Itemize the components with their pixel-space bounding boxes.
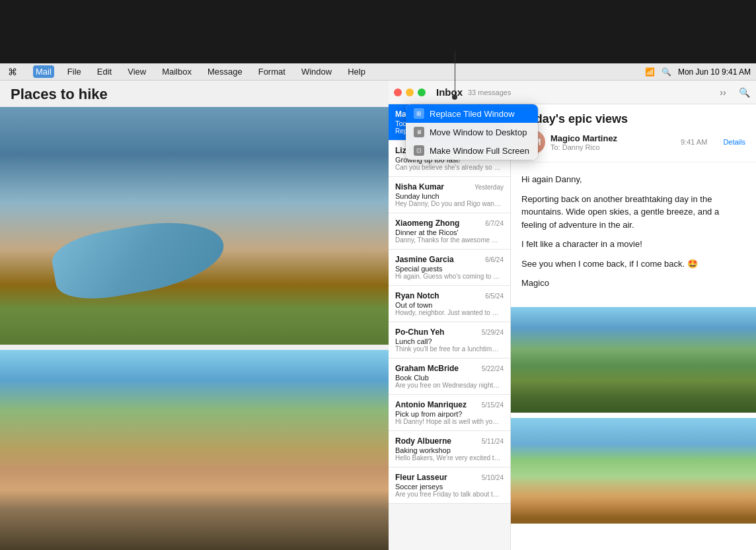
search-icon[interactable]: 🔍	[662, 67, 671, 77]
mail-sender: Xiaomeng Zhong	[395, 219, 459, 228]
mail-sender: Graham McBride	[395, 364, 459, 373]
mail-subject: Baking workshop	[395, 446, 504, 454]
callout-line	[455, 52, 455, 96]
mail-date: 6/7/24	[485, 220, 504, 227]
mail-date: 5/22/24	[482, 365, 504, 372]
river-element	[48, 211, 229, 306]
traffic-lights	[394, 88, 426, 96]
close-button[interactable]	[394, 88, 402, 96]
mail-item[interactable]: Antonio Manriquez 5/15/24 Pick up from a…	[389, 395, 510, 431]
sender-name: Magico Martinez	[550, 133, 675, 143]
hebrew-annotation: לחיצה תציג את הפעולות שניתן לבצע על החלו…	[332, 7, 483, 48]
mail-item-header: Antonio Manriquez 5/15/24	[395, 400, 504, 409]
mail-detail-header: Today's epic views MM Magico Martinez To…	[511, 104, 756, 162]
mail-item[interactable]: Ryan Notch 6/5/24 Out of town Howdy, nei…	[389, 286, 510, 322]
menu-message[interactable]: Message	[205, 65, 245, 78]
move-desktop-icon: 🖥	[414, 127, 424, 137]
mail-preview: Howdy, neighbor. Just wanted to drop a q…	[395, 309, 501, 316]
left-panel: Places to hike	[0, 81, 389, 550]
mail-item[interactable]: Fleur Lasseur 5/10/24 Soccer jerseys Are…	[389, 467, 510, 504]
mail-date: 5/15/24	[482, 401, 504, 409]
mail-preview: Can you believe she's already so tall? P…	[395, 164, 501, 171]
mail-item[interactable]: Graham McBride 5/22/24 Book Club Are you…	[389, 359, 510, 395]
menu-mailbox[interactable]: Mailbox	[159, 65, 194, 78]
body-line-3: I felt like a character in a movie!	[521, 238, 745, 251]
mail-date: 6/5/24	[485, 292, 504, 300]
mail-item[interactable]: Xiaomeng Zhong 6/7/24 Dinner at the Rico…	[389, 213, 510, 250]
mail-date: Yesterday	[474, 184, 504, 191]
mail-date: 5/10/24	[482, 474, 504, 481]
mail-sender: Antonio Manriquez	[395, 400, 467, 409]
menu-bar-right: 📶 🔍 Mon Jun 10 9:41 AM	[645, 67, 751, 77]
mail-subject: Book Club	[395, 374, 504, 382]
mail-subject-detail: Today's epic views	[521, 112, 745, 126]
menu-mail[interactable]: Mail	[33, 65, 54, 78]
panel-title: Places to hike	[11, 86, 108, 103]
mail-subject: Dinner at the Ricos'	[395, 228, 504, 236]
fullscreen-button[interactable]	[418, 88, 426, 96]
mail-preview: Are you free on Wednesday night? Can't w…	[395, 382, 501, 389]
mail-preview: Hello Bakers, We're very excited to have…	[395, 454, 501, 462]
details-link[interactable]: Details	[723, 138, 745, 146]
photo-landscape-bottom	[0, 350, 389, 550]
mail-subject: Pick up from airport?	[395, 410, 504, 418]
mail-item[interactable]: Nisha Kumar Yesterday Sunday lunch Hey D…	[389, 177, 510, 213]
menu-file[interactable]: File	[65, 65, 84, 78]
more-icon[interactable]: ››	[716, 86, 730, 99]
mail-item[interactable]: Rody Albuerne 5/11/24 Baking workshop He…	[389, 431, 510, 467]
mail-item[interactable]: Jasmine Garcia 6/6/24 Special guests Hi …	[389, 250, 510, 286]
mail-item-header: Fleur Lasseur 5/10/24	[395, 473, 504, 482]
mail-date: 5/29/24	[482, 329, 504, 336]
mail-sender: Rody Albuerne	[395, 436, 451, 446]
date-time: Mon Jun 10 9:41 AM	[678, 67, 751, 77]
mail-item-header: Rody Albuerne 5/11/24	[395, 436, 504, 446]
mail-attachment-photo-1	[511, 307, 756, 413]
photo-landscape-top	[0, 107, 389, 345]
search-mail-icon[interactable]: 🔍	[737, 86, 751, 99]
recipient-name: Danny Rico	[562, 143, 600, 151]
body-line-2: Reporting back on another breathtaking d…	[521, 193, 745, 232]
context-menu-full-screen[interactable]: ⊡ Make Window Full Screen	[406, 141, 538, 160]
mail-subject: Sunday lunch	[395, 192, 504, 200]
mail-item-header: Jasmine Garcia 6/6/24	[395, 255, 504, 264]
wifi-icon: 📶	[645, 67, 655, 77]
minimize-button[interactable]	[406, 88, 414, 96]
context-menu-replace-tiled[interactable]: ⊞ Replace Tiled Window	[406, 104, 538, 123]
menu-view[interactable]: View	[125, 65, 149, 78]
callout-dot	[452, 94, 457, 100]
mail-subject: Special guests	[395, 265, 504, 273]
mail-item-header: Nisha Kumar Yesterday	[395, 182, 504, 191]
inbox-label: Inbox	[436, 86, 463, 98]
mail-date: 5/11/24	[482, 438, 504, 445]
mail-sender: Nisha Kumar	[395, 182, 444, 191]
context-menu-move-desktop[interactable]: 🖥 Move Window to Desktop	[406, 123, 538, 141]
menu-window[interactable]: Window	[299, 65, 334, 78]
context-menu: ⊞ Replace Tiled Window 🖥 Move Window to …	[406, 104, 538, 160]
mail-preview: Hi again. Guess who's coming to town wit…	[395, 273, 501, 280]
mail-attachment-photo-2	[511, 418, 756, 524]
menu-format[interactable]: Format	[256, 65, 288, 78]
mail-item[interactable]: Po-Chun Yeh 5/29/24 Lunch call? Think yo…	[389, 322, 510, 359]
mail-sender: Ryan Notch	[395, 291, 439, 300]
mail-sender: Jasmine Garcia	[395, 255, 454, 264]
mail-subject: Lunch call?	[395, 337, 504, 345]
menu-help[interactable]: Help	[345, 65, 368, 78]
mail-preview: Danny, Thanks for the awesome evening! I…	[395, 236, 501, 244]
body-line-4: See you when I come back, if I come back…	[521, 258, 745, 271]
apple-menu[interactable]: ⌘	[5, 65, 20, 79]
menu-edit[interactable]: Edit	[94, 65, 114, 78]
mail-from-row: MM Magico Martinez To: Danny Rico 9:41 A…	[521, 130, 745, 154]
mail-to: To: Danny Rico	[550, 143, 675, 151]
mail-item-header: Graham McBride 5/22/24	[395, 364, 504, 373]
mail-from-info: Magico Martinez To: Danny Rico	[550, 133, 675, 151]
mail-preview: Hey Danny, Do you and Rigo want to come …	[395, 200, 501, 207]
mail-sender: Fleur Lasseur	[395, 473, 447, 482]
mail-detail: Today's epic views MM Magico Martinez To…	[511, 104, 756, 550]
mail-subject: Soccer jerseys	[395, 483, 504, 491]
mail-detail-toolbar: ›› 🔍	[511, 81, 756, 104]
mail-list: Magico Martinez 9:41 AM Today's epic vie…	[389, 104, 511, 550]
mail-date: 6/6/24	[485, 256, 504, 263]
mail-item-header: Xiaomeng Zhong 6/7/24	[395, 219, 504, 228]
full-screen-icon: ⊡	[414, 145, 424, 156]
mail-preview: Are you free Friday to talk about the ne…	[395, 491, 501, 498]
